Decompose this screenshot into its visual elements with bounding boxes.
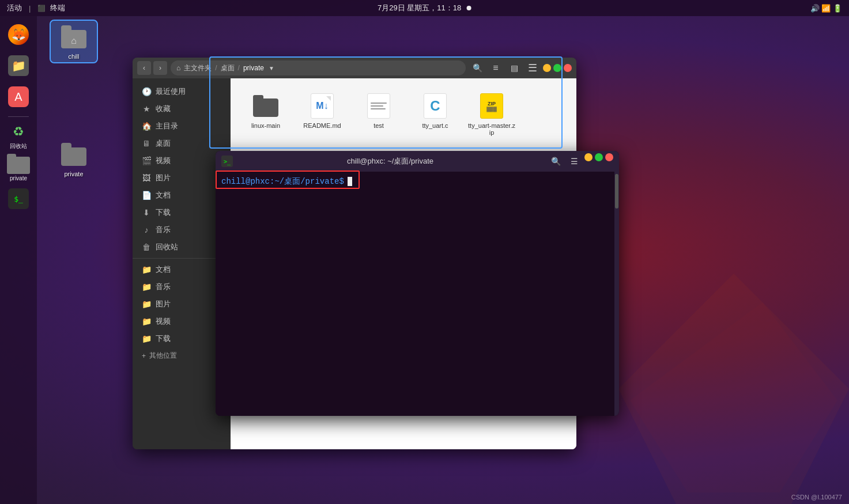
private-folder-img <box>60 141 88 168</box>
sidebar-downloads2-label: 下载 <box>156 334 171 344</box>
fm-address-home[interactable]: 主文件夹 <box>184 63 212 73</box>
fm-view-btn[interactable]: ▤ <box>506 60 522 76</box>
desktop-icon-sidebar: 🖥 <box>142 139 151 148</box>
videos-icon: 🎬 <box>142 156 151 165</box>
fm-view-toggle-btn[interactable]: ≡ <box>488 60 504 76</box>
watermark: CSDN @I.100477 <box>791 494 842 501</box>
tty-uart-zip-label: tty_uart-master.zip <box>468 122 515 136</box>
term-menu-btn[interactable]: ☰ <box>566 153 582 169</box>
firefox-icon: 🦊 <box>8 24 29 45</box>
fm-max-btn[interactable] <box>553 64 561 72</box>
chill-folder-img: ⌂ <box>60 23 88 51</box>
file-item-test[interactable]: test <box>353 88 405 141</box>
top-panel: 活动 | ⬛ 终端 7月29日 星期五，11：18 🔊 📶 🔋 <box>0 0 849 16</box>
dock-item-recycle[interactable]: ♻ 回收站 <box>5 123 32 150</box>
folder-videos-icon: 📁 <box>142 317 151 326</box>
dock-item-firefox[interactable]: 🦊 <box>5 21 32 48</box>
fm-forward-btn[interactable]: › <box>153 61 167 75</box>
file-item-tty-uart-c[interactable]: C tty_uart.c <box>409 88 461 141</box>
sidebar-home-label: 主目录 <box>156 121 178 131</box>
panel-left: 活动 | ⬛ 终端 <box>7 3 65 13</box>
appstore-icon: A <box>8 86 29 107</box>
file-item-readme[interactable]: M↓ README.md <box>296 88 348 141</box>
linux-main-label: linux-main <box>251 122 280 129</box>
files-icon: 📁 <box>8 55 29 76</box>
sidebar-docs2-label: 文档 <box>156 264 171 275</box>
dock-item-files[interactable]: 📁 <box>5 52 32 79</box>
sidebar-item-recent[interactable]: 🕐 最近使用 <box>133 83 231 100</box>
readme-label: README.md <box>303 122 341 129</box>
docs-icon: 📄 <box>142 191 151 200</box>
home-icon: 🏠 <box>142 122 151 131</box>
dock-separator-1 <box>8 116 29 117</box>
fm-address-desktop[interactable]: 桌面 <box>221 63 235 73</box>
fm-more-btn[interactable]: ☰ <box>525 60 541 76</box>
sidebar-desktop-label: 桌面 <box>156 138 171 149</box>
tty-uart-c-icon: C <box>421 92 449 120</box>
sidebar-item-starred[interactable]: ★ 收藏 <box>133 100 231 118</box>
sidebar-downloads-label: 下载 <box>156 207 171 218</box>
fm-files-grid: linux-main M↓ README.md <box>231 78 576 150</box>
private-folder-icon <box>7 154 30 174</box>
term-prompt-line: chill@phxc:~/桌面/private$ <box>221 176 609 187</box>
sidebar-starred-label: 收藏 <box>156 104 171 114</box>
term-prompt-text: chill@phxc:~/桌面/private$ <box>221 176 344 187</box>
recycle-icon: ♻ <box>8 123 29 141</box>
fm-toolbar-right: 🔍 ≡ ▤ ☰ <box>469 60 572 76</box>
folder-music-icon: 📁 <box>142 282 151 291</box>
term-min-btn[interactable] <box>584 153 593 161</box>
dock: 🦊 📁 A ♻ 回收站 private $_ <box>0 16 37 504</box>
trash-icon: 🗑 <box>142 242 151 252</box>
sidebar-pictures-label: 图片 <box>156 173 171 183</box>
fm-home-icon: ⌂ <box>176 64 180 72</box>
desktop-icon-chill[interactable]: ⌂ chill <box>51 21 97 62</box>
term-scrollbar-thumb <box>615 174 618 209</box>
term-content[interactable]: chill@phxc:~/桌面/private$ <box>216 172 614 416</box>
starred-icon: ★ <box>142 104 151 113</box>
term-close-btn[interactable] <box>605 153 613 161</box>
term-icon: >_ <box>221 156 233 167</box>
linux-main-icon <box>252 92 280 120</box>
folder-pictures-icon: 📁 <box>142 300 151 309</box>
recycle-label: 回收站 <box>10 142 27 150</box>
sidebar-videos2-label: 视频 <box>156 316 171 327</box>
dock-item-appstore[interactable]: A <box>5 83 32 111</box>
panel-datetime: 7月29日 星期五，11：18 <box>378 3 471 13</box>
pictures-icon: 🖼 <box>142 173 151 183</box>
test-label: test <box>373 122 384 129</box>
private-label: private <box>10 175 27 181</box>
dock-item-private[interactable]: private <box>5 154 32 181</box>
file-item-linux-main[interactable]: linux-main <box>240 88 292 141</box>
folder-downloads-icon: 📁 <box>142 334 151 343</box>
dock-item-terminal[interactable]: $_ <box>5 185 32 213</box>
terminal-panel-label[interactable]: 终端 <box>50 3 65 13</box>
term-max-btn[interactable] <box>595 153 603 161</box>
add-icon: + <box>142 352 146 360</box>
fm-address-bar: ⌂ 主文件夹 / 桌面 / private ▼ <box>171 60 466 75</box>
sidebar-music2-label: 音乐 <box>156 282 171 292</box>
fm-min-btn[interactable] <box>543 64 551 72</box>
activities-label[interactable]: 活动 <box>7 3 22 13</box>
sidebar-music-label: 音乐 <box>156 225 171 235</box>
term-scrollbar[interactable] <box>614 172 619 416</box>
fm-search-btn[interactable]: 🔍 <box>469 60 485 76</box>
file-item-tty-uart-zip[interactable]: ZIP ▓▓▓ tty_uart-master.zip <box>466 88 518 141</box>
recent-icon: 🕐 <box>142 87 151 96</box>
chill-label: chill <box>69 53 80 60</box>
desktop-icon-private[interactable]: private <box>51 138 97 180</box>
panel-right: 🔊 📶 🔋 <box>810 4 842 13</box>
term-search-btn[interactable]: 🔍 <box>548 153 564 169</box>
tty-uart-c-label: tty_uart.c <box>422 122 448 129</box>
fm-close-btn[interactable] <box>564 64 572 72</box>
fm-back-btn[interactable]: ‹ <box>137 61 151 75</box>
fm-titlebar-left: ‹ › <box>137 61 167 75</box>
add-other-label: 其他位置 <box>149 351 177 361</box>
sidebar-item-desktop[interactable]: 🖥 桌面 <box>133 135 231 152</box>
sidebar-trash-label: 回收站 <box>156 242 178 252</box>
term-title: chill@phxc: ~/桌面/private <box>237 156 543 166</box>
sidebar-recent-label: 最近使用 <box>156 86 186 97</box>
panel-indicators: 🔊 📶 🔋 <box>810 4 842 13</box>
sidebar-pictures2-label: 图片 <box>156 299 171 309</box>
fm-dropdown-icon[interactable]: ▼ <box>269 65 274 71</box>
sidebar-item-home[interactable]: 🏠 主目录 <box>133 118 231 135</box>
